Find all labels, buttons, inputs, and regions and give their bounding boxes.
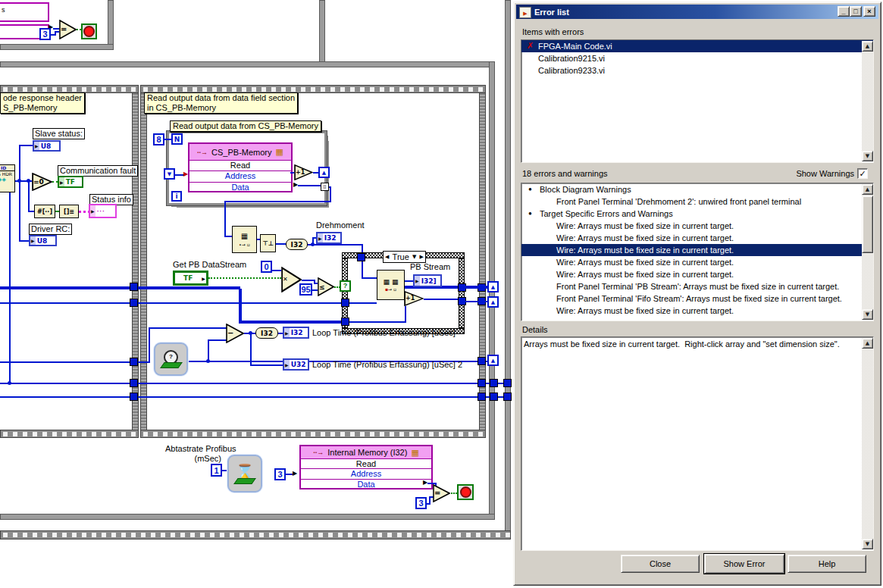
details-box[interactable]: Arrays must be fixed size in current tar… bbox=[521, 336, 874, 551]
details-scrollbar[interactable]: ▲ ▼ bbox=[862, 338, 873, 549]
shift-register-down[interactable]: ▼ bbox=[164, 168, 175, 180]
cs-pb-memory-node[interactable]: ∙∙→ CS_PB-Memory ▦ Read Address Data bbox=[188, 142, 293, 192]
equal-zero-node[interactable]: =0 bbox=[32, 173, 52, 191]
tunnel[interactable] bbox=[130, 283, 138, 291]
less-equal-node[interactable]: ≤ bbox=[318, 277, 334, 296]
numeric-constant-95[interactable]: 95 bbox=[299, 283, 312, 296]
boolean-array-to-number-node[interactable]: []≡ bbox=[59, 205, 79, 218]
increment-node[interactable]: +1 bbox=[294, 164, 313, 180]
scroll-down-button[interactable]: ▼ bbox=[862, 309, 873, 320]
numeric-constant-3[interactable]: 3 bbox=[415, 497, 427, 509]
tunnel[interactable] bbox=[478, 379, 486, 387]
status-info-indicator[interactable]: ▶··· bbox=[89, 204, 117, 218]
equal-node[interactable]: = bbox=[59, 20, 77, 39]
case-prev-icon[interactable]: ◀ bbox=[385, 254, 389, 260]
loop-count-terminal[interactable]: N bbox=[171, 133, 183, 145]
iteration-terminal[interactable]: i bbox=[171, 191, 182, 202]
shift-register-up[interactable]: ▲ bbox=[318, 167, 330, 178]
error-row[interactable]: ●Block Diagram Warnings bbox=[521, 183, 873, 195]
scroll-down-button[interactable]: ▼ bbox=[862, 151, 873, 161]
internal-memory-node[interactable]: ∙∙→ Internal Memory (I32) ▦ Read Address… bbox=[299, 445, 433, 489]
shift-register-up[interactable]: ▲ bbox=[487, 355, 499, 366]
tunnel[interactable] bbox=[503, 379, 512, 387]
error-row[interactable]: Wire: Arrays must be fixed size in curre… bbox=[521, 244, 873, 256]
show-warnings-checkbox[interactable]: ✓ bbox=[857, 168, 868, 179]
numeric-constant-3[interactable]: 3 bbox=[39, 28, 51, 40]
errors-list[interactable]: ●Block Diagram WarningsFront Panel Termi… bbox=[521, 183, 874, 321]
select-node[interactable]: ✕ bbox=[281, 267, 302, 292]
shift-register-up[interactable]: ▲ bbox=[487, 281, 499, 292]
minimize-button[interactable]: _ bbox=[838, 6, 850, 17]
error-row[interactable]: Front Panel Terminal 'Drehmoment 2': unw… bbox=[521, 195, 873, 208]
loop-time-indicator[interactable]: ▶I32 bbox=[283, 327, 309, 339]
scroll-down-button[interactable]: ▼ bbox=[862, 539, 873, 549]
equal-node[interactable]: = bbox=[433, 484, 450, 502]
subtract-node[interactable]: − bbox=[226, 324, 244, 343]
join-numbers-node[interactable]: ⊤⊥ bbox=[260, 234, 276, 252]
numeric-constant-1[interactable]: 1 bbox=[211, 464, 222, 477]
case-selector-terminal[interactable]: ? bbox=[340, 280, 351, 292]
tunnel[interactable] bbox=[478, 357, 486, 365]
tick-count-node[interactable]: ? bbox=[154, 342, 188, 376]
error-row[interactable]: Wire: Arrays must be fixed size in curre… bbox=[521, 305, 873, 317]
to-i32-convert-node[interactable]: I32 bbox=[286, 239, 308, 250]
help-button[interactable]: Help bbox=[787, 555, 866, 573]
pb-stream-indicator[interactable]: ▶I32] bbox=[413, 274, 442, 287]
replace-array-subset-node[interactable]: ▦ ▦ ▪→ ▫ bbox=[377, 270, 405, 300]
tunnel[interactable] bbox=[130, 299, 138, 307]
error-row[interactable]: ●Target Specific Errors and Warnings bbox=[521, 208, 873, 220]
loop-time-2-indicator[interactable]: ▶U32 bbox=[283, 358, 309, 371]
items-list-row[interactable]: ✗FPGA-Main Code.vi bbox=[521, 40, 873, 52]
maximize-button[interactable]: □ bbox=[850, 6, 862, 17]
case-next-icon[interactable]: ▶ bbox=[420, 254, 424, 260]
tunnel[interactable] bbox=[478, 393, 486, 401]
scroll-thumb[interactable] bbox=[862, 195, 873, 253]
show-error-button[interactable]: Show Error bbox=[704, 554, 784, 574]
tunnel[interactable] bbox=[130, 358, 138, 366]
shift-register-up[interactable]: ▲ bbox=[487, 296, 499, 308]
error-row[interactable]: Wire: Arrays must be fixed size in curre… bbox=[521, 268, 873, 280]
profibus-subvi-icon[interactable]: ID S HDR ◈◈ bbox=[0, 164, 15, 192]
error-row[interactable]: Wire: Arrays must be fixed size in curre… bbox=[521, 220, 873, 232]
indexing-tunnel[interactable]: [] bbox=[321, 183, 329, 191]
tunnel[interactable] bbox=[357, 253, 365, 261]
error-row[interactable]: Front Panel Terminal 'PB Stream': Arrays… bbox=[521, 280, 873, 292]
numeric-constant-8[interactable]: 8 bbox=[153, 133, 164, 145]
increment-node[interactable]: +1 bbox=[404, 291, 424, 306]
close-button[interactable]: × bbox=[863, 6, 875, 17]
error-row[interactable]: Wire: Arrays must be fixed size in curre… bbox=[521, 232, 873, 244]
stop-button[interactable] bbox=[457, 484, 474, 500]
tunnel[interactable] bbox=[490, 379, 498, 387]
error-row[interactable]: Front Panel Terminal 'Fifo Stream': Arra… bbox=[521, 292, 873, 305]
items-list-row[interactable]: Calibration9233.vi bbox=[521, 64, 873, 77]
index-array-node[interactable]: ▦ ∙→ ▫ bbox=[232, 226, 257, 253]
items-list-row[interactable]: Calibration9215.vi bbox=[521, 52, 873, 64]
communication-fault-indicator[interactable]: ▶TF bbox=[58, 176, 83, 188]
stop-button[interactable] bbox=[81, 23, 97, 39]
loop-timer-node[interactable]: ⌛ bbox=[227, 455, 262, 493]
drehmoment-indicator[interactable]: ▶I32 bbox=[316, 232, 342, 244]
errors-list-scrollbar[interactable]: ▲ ▼ bbox=[862, 184, 873, 320]
driver-rc-indicator[interactable]: ▶U8 bbox=[29, 235, 57, 246]
to-i32-convert-node[interactable]: I32 bbox=[255, 327, 278, 339]
tunnel[interactable] bbox=[490, 393, 498, 401]
tunnel[interactable] bbox=[341, 299, 349, 307]
scroll-up-button[interactable]: ▲ bbox=[862, 41, 873, 52]
items-list[interactable]: ✗FPGA-Main Code.viCalibration9215.viCali… bbox=[521, 39, 874, 163]
items-list-scrollbar[interactable]: ▲ ▼ bbox=[862, 41, 873, 161]
case-dropdown-icon[interactable]: ▼ bbox=[412, 254, 416, 260]
scroll-up-button[interactable]: ▲ bbox=[862, 338, 873, 349]
case-selector[interactable]: ◀ True ▼ ▶ bbox=[383, 251, 426, 263]
tunnel[interactable] bbox=[130, 379, 138, 387]
number-to-boolean-array-node[interactable]: #[··] bbox=[34, 205, 55, 218]
get-pb-datastream-control[interactable]: TF▶ bbox=[173, 271, 208, 286]
tunnel[interactable] bbox=[341, 317, 349, 326]
tunnel[interactable] bbox=[503, 393, 512, 401]
close-dialog-button[interactable]: Close bbox=[621, 555, 700, 573]
numeric-constant-0[interactable]: 0 bbox=[261, 261, 272, 273]
tunnel[interactable] bbox=[130, 393, 138, 401]
numeric-constant-3[interactable]: 3 bbox=[274, 468, 286, 480]
error-row[interactable]: Wire: Arrays must be fixed size in curre… bbox=[521, 256, 873, 268]
scroll-up-button[interactable]: ▲ bbox=[862, 184, 873, 195]
slave-status-indicator[interactable]: ▶U8 bbox=[33, 140, 61, 152]
